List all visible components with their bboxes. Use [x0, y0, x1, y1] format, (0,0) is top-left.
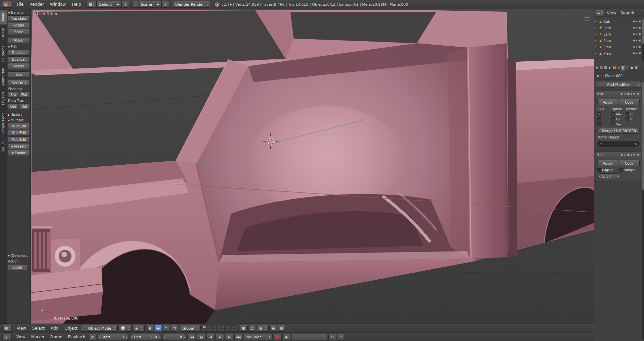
- tab-object[interactable]: ■: [612, 64, 616, 71]
- layer-square[interactable]: [228, 329, 231, 332]
- pin-icon[interactable]: ▦: [596, 74, 599, 77]
- renderability-camera-icon[interactable]: ▣: [638, 20, 641, 23]
- outliner-row[interactable]: ▸ ▲ Cub ◉▸▣: [594, 18, 644, 24]
- translate-button[interactable]: Translate: [8, 15, 30, 21]
- translate-manipulator-button[interactable]: ✚: [154, 325, 162, 332]
- selectability-arrow-icon[interactable]: ▸: [636, 45, 637, 48]
- eyedropper-icon[interactable]: ✎: [635, 142, 637, 146]
- viewport-visibility-icon[interactable]: ◎: [624, 153, 626, 156]
- object-name[interactable]: Plan: [603, 51, 632, 55]
- enable-toggle-button[interactable]: ▣Enable: [8, 150, 30, 156]
- preview-range-button[interactable]: ◔: [89, 334, 96, 340]
- panel-edit-header[interactable]: Edit: [8, 44, 30, 49]
- axis-x-checkbox[interactable]: [597, 112, 611, 116]
- tab-relations[interactable]: Relations: [0, 43, 7, 64]
- join-button[interactable]: Join: [8, 71, 30, 77]
- tab-file-io[interactable]: File I/O: [0, 138, 7, 155]
- menu-window[interactable]: Window: [47, 2, 68, 7]
- viewport-3d[interactable]: User Ortho (0) Plane.000: [31, 9, 594, 324]
- delete-keyframe-button[interactable]: ⊖: [337, 334, 345, 340]
- layer-square[interactable]: [234, 329, 237, 332]
- render-engine-dropdown[interactable]: Blender Render: [173, 1, 210, 8]
- menu-object[interactable]: Object: [62, 326, 80, 331]
- render-opengl-button[interactable]: ◉: [269, 325, 277, 332]
- add-modifier-dropdown[interactable]: Add Modifier: [596, 81, 641, 88]
- delete-layout-button[interactable]: ×: [122, 1, 129, 8]
- visibility-eye-icon[interactable]: ◉: [633, 45, 635, 48]
- panel-multiple-header[interactable]: Multiple: [8, 117, 30, 122]
- region-expand-icon[interactable]: [584, 15, 590, 21]
- editor-type-button[interactable]: ▦: [2, 325, 12, 332]
- menu-frame[interactable]: Frame: [48, 335, 65, 339]
- duplicate-button[interactable]: Duplicat: [8, 50, 30, 56]
- delete-button[interactable]: Delete: [8, 63, 30, 69]
- selectability-arrow-icon[interactable]: ▸: [636, 33, 637, 36]
- add-scene-button[interactable]: +: [154, 1, 162, 8]
- collapse-arrow-icon[interactable]: ▼: [597, 93, 599, 95]
- panel-history-header[interactable]: History: [8, 112, 30, 117]
- object-name[interactable]: Lam: [603, 26, 632, 30]
- sync-dropdown[interactable]: No Sync: [244, 334, 273, 340]
- expand-arrow-icon[interactable]: ▸: [595, 26, 598, 29]
- add-layout-button[interactable]: +: [114, 1, 122, 8]
- mirror-button[interactable]: Mirror: [8, 37, 30, 43]
- edge-angle-checkbox[interactable]: Edge A: [597, 168, 618, 172]
- layout-browse-button[interactable]: ▦: [87, 1, 97, 8]
- shade-smooth-button[interactable]: Sm: [8, 92, 19, 98]
- editmode-visibility-icon[interactable]: ▦: [627, 92, 630, 95]
- tab-modifiers[interactable]: ⚙: [621, 64, 625, 71]
- expand-arrow-icon[interactable]: ▸: [595, 45, 598, 48]
- checkbox[interactable]: [597, 117, 601, 121]
- merge-limit-field[interactable]: Merge Li: 0.001000: [597, 128, 640, 134]
- checkbox[interactable]: [611, 112, 615, 116]
- renderability-camera-icon[interactable]: ▣: [638, 52, 641, 55]
- menu-marker[interactable]: Marker: [29, 335, 47, 339]
- rotate-button[interactable]: Rotate: [8, 22, 30, 28]
- properties-scrollbar[interactable]: [642, 81, 644, 340]
- layer-square[interactable]: [213, 329, 216, 332]
- move-down-icon[interactable]: ▼: [633, 93, 635, 95]
- layer-square[interactable]: [206, 325, 209, 328]
- outliner-row[interactable]: ▸ ☀ Lam ◉▸▣: [594, 24, 644, 31]
- preserve-toggle-button[interactable]: ▣Preserv: [8, 143, 30, 149]
- checkbox[interactable]: [597, 168, 601, 172]
- renderability-camera-icon[interactable]: ▣: [638, 26, 641, 29]
- tab-material[interactable]: ●: [630, 64, 634, 71]
- visibility-eye-icon[interactable]: ◉: [633, 33, 635, 36]
- render-visibility-icon[interactable]: ◉: [621, 92, 623, 95]
- menu-select[interactable]: Select: [30, 326, 47, 331]
- prev-keyframe-button[interactable]: |◀: [197, 334, 205, 340]
- data-transfer-button[interactable]: Dat: [8, 103, 19, 109]
- edgesplit-modifier-header[interactable]: ▼ △ ◉ ◎ ▦ ▲ ▼ ×: [596, 152, 641, 158]
- play-reverse-button[interactable]: ◀: [206, 334, 215, 340]
- set-origin-button[interactable]: Set Ori: [8, 80, 30, 86]
- layer-square[interactable]: [203, 325, 206, 328]
- tab-render-layers[interactable]: ▥: [599, 64, 603, 71]
- lock-to-scene-button[interactable]: ▣: [240, 325, 248, 332]
- move-up-icon[interactable]: ▲: [631, 93, 633, 95]
- menu-view[interactable]: View: [14, 335, 28, 339]
- expand-arrow-icon[interactable]: ▸: [595, 52, 598, 55]
- render-opengl-anim-button[interactable]: ▤: [278, 325, 285, 332]
- visibility-eye-icon[interactable]: ◉: [633, 26, 635, 29]
- mirror-object-field[interactable]: ◻ ✎: [597, 141, 640, 147]
- panel-transform-header[interactable]: Transfor: [8, 10, 30, 15]
- object-name[interactable]: Lam: [603, 32, 632, 36]
- data-layout-transfer-button[interactable]: Dat: [19, 103, 30, 109]
- visibility-eye-icon[interactable]: ◉: [633, 39, 635, 42]
- vertex-groups-checkbox[interactable]: Ver: [611, 122, 626, 126]
- renderability-camera-icon[interactable]: ▣: [638, 33, 641, 36]
- tab-animation[interactable]: Animation: [0, 65, 7, 89]
- render-visibility-icon[interactable]: ◉: [621, 153, 623, 156]
- move-down-icon[interactable]: ▼: [633, 154, 635, 156]
- expand-arrow-icon[interactable]: ▸: [595, 39, 598, 42]
- viewport-shading-dropdown[interactable]: [118, 325, 132, 332]
- selectability-arrow-icon[interactable]: ▸: [636, 26, 637, 29]
- checkbox[interactable]: [619, 168, 623, 172]
- menu-file[interactable]: File: [14, 2, 26, 7]
- menu-view[interactable]: View: [605, 11, 618, 15]
- copy-button[interactable]: Copy: [619, 160, 640, 166]
- frame-start-field[interactable]: Start:1: [97, 334, 129, 340]
- layer-square[interactable]: [234, 325, 237, 328]
- layer-square[interactable]: [221, 325, 224, 328]
